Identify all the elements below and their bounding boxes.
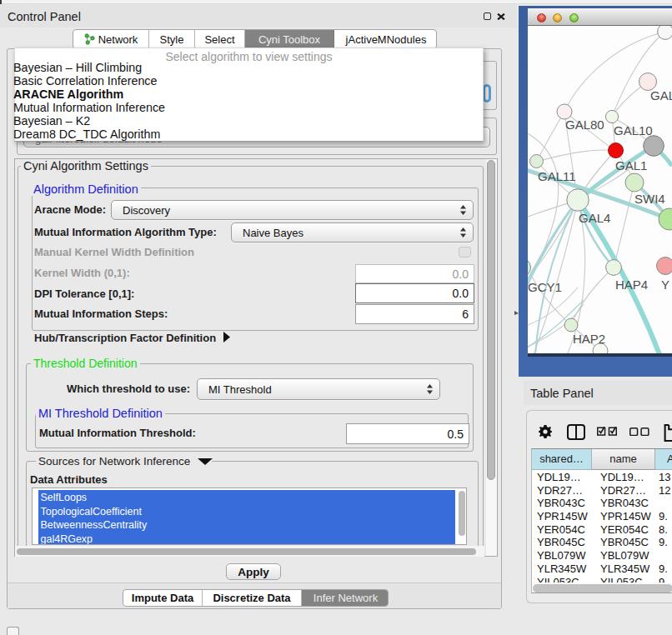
- svg-text:GAL80: GAL80: [565, 118, 604, 132]
- svg-text:Y: Y: [661, 278, 669, 292]
- svg-text:GAL10: GAL10: [614, 123, 653, 138]
- svg-text:GCY1: GCY1: [528, 280, 562, 294]
- svg-text:GAL1: GAL1: [615, 158, 647, 172]
- svg-text:GAL11: GAL11: [538, 169, 576, 183]
- svg-text:HAP2: HAP2: [573, 332, 605, 346]
- svg-text:HAP4: HAP4: [615, 278, 648, 292]
- svg-text:SWI4: SWI4: [634, 192, 665, 206]
- svg-text:GAL4: GAL4: [579, 211, 610, 225]
- svg-text:GAL: GAL: [650, 88, 672, 102]
